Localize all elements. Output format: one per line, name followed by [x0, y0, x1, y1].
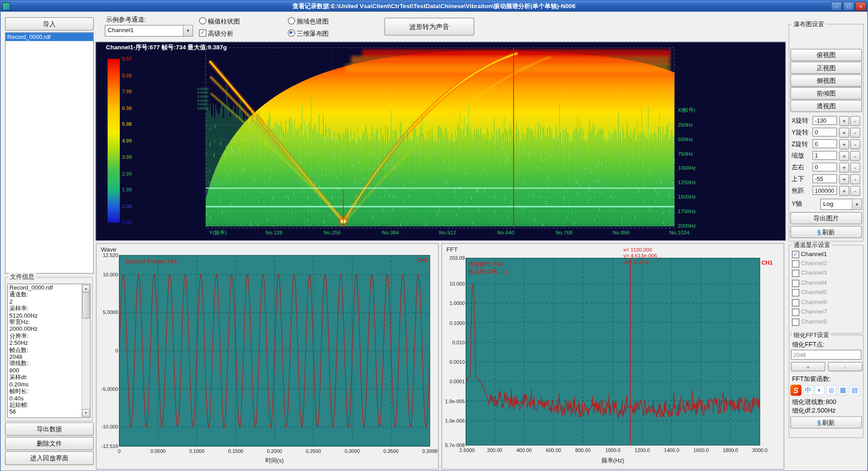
export-data-button[interactable]: 导出数据: [5, 423, 94, 436]
cursor-dx-readout: dx= 1117.5: [623, 259, 649, 265]
zoom-plus-button[interactable]: +: [839, 151, 849, 161]
pan-horizontal-input[interactable]: [812, 162, 837, 171]
z-tick: 0.00000: [198, 103, 209, 106]
export-image-button[interactable]: 导出图片: [790, 212, 862, 224]
channel8-checkbox[interactable]: ✓: [792, 319, 799, 326]
fft-points-minus-button[interactable]: -: [828, 362, 863, 371]
y-rotation-minus-button[interactable]: -: [850, 128, 860, 138]
waveform-to-sound-button[interactable]: 波形转为声音: [384, 18, 474, 35]
fft-y-tick: 1.0000: [449, 300, 465, 306]
channel4-checkbox[interactable]: ✓: [792, 280, 799, 287]
z-rotation-minus-button[interactable]: -: [850, 139, 860, 149]
ime-halfwidth-icon[interactable]: ◐: [815, 385, 825, 395]
focal-length-plus-button[interactable]: +: [839, 186, 849, 196]
list-item-selected[interactable]: Record_0000.rdf: [5, 33, 93, 41]
x-rotation-plus-button[interactable]: +: [839, 116, 849, 126]
scrollbar[interactable]: ▲ ▼: [81, 285, 89, 417]
scroll-up-icon[interactable]: ▲: [82, 285, 90, 292]
pan-vertical-plus-button[interactable]: +: [839, 174, 849, 184]
channel6-checkbox[interactable]: ✓: [792, 299, 799, 306]
x-rotation-input[interactable]: [812, 116, 837, 125]
fft-plot[interactable]: FFT 203.09 10.000 1.0000 0.1000 0.010 0.…: [442, 244, 784, 469]
z-rotation-label: Z旋转: [792, 140, 808, 148]
channel1-checkbox[interactable]: ✓: [792, 251, 799, 258]
scroll-thumb[interactable]: [82, 292, 90, 319]
x-rotation-minus-button[interactable]: -: [850, 116, 860, 126]
y-axis-scale-select[interactable]: Log ▼: [820, 199, 862, 210]
delete-file-button[interactable]: 删除文件: [5, 437, 94, 450]
top-view-button[interactable]: 俯视图: [790, 49, 862, 61]
ime-chinese-mode-icon[interactable]: 中: [803, 385, 813, 395]
info-line: 起始帧:: [8, 401, 90, 408]
z-rotation-input[interactable]: [812, 139, 837, 148]
y-rotation-plus-button[interactable]: +: [839, 128, 849, 138]
waterfall-panel: 9.97 8.98 7.98 6.98 5.98 4.99 3.99 2.99 …: [96, 42, 785, 240]
wave-x-tick: 0.3500: [383, 448, 399, 454]
ime-logo-icon[interactable]: S: [790, 385, 802, 396]
focal-length-input[interactable]: [812, 186, 837, 195]
pan-horizontal-label: 左右: [792, 163, 804, 171]
maximize-button[interactable]: □: [843, 2, 854, 11]
frame-tick: No.896: [613, 229, 630, 235]
info-line: 帧时长:: [8, 387, 90, 394]
perspective-view-button[interactable]: 透视图: [790, 100, 862, 112]
fft-x-tick: 1600.0: [693, 447, 709, 453]
pan-horizontal-plus-button[interactable]: +: [839, 162, 849, 172]
side-view-button[interactable]: 侧视图: [790, 74, 862, 86]
channel3-checkbox[interactable]: ✓: [792, 270, 799, 277]
advanced-analysis-checkbox[interactable]: ✓: [199, 29, 206, 37]
radio-amplitude-bar[interactable]: [199, 17, 206, 24]
fft-panel-title: FFT: [447, 246, 458, 253]
check-icon: ✓: [793, 251, 798, 257]
close-button[interactable]: ×: [855, 2, 867, 11]
zoom-input[interactable]: [812, 151, 837, 160]
channel-select-value: Channel1: [108, 27, 134, 33]
z-tick: 0.00000: [198, 107, 209, 110]
channel-select[interactable]: Channel1 ▼: [105, 25, 193, 37]
info-line: 2: [8, 298, 90, 305]
wave-y-tick: 10.000: [103, 272, 118, 277]
colorbar-tick: 8.98: [122, 73, 132, 78]
wave-y-tick: 5.0000: [103, 309, 118, 315]
file-list[interactable]: Record_0000.rdf: [5, 32, 94, 274]
tilt-view-button[interactable]: 前倾图: [790, 87, 862, 100]
y-rotation-input[interactable]: [812, 128, 837, 137]
import-button[interactable]: 导入: [5, 17, 94, 30]
channel5-checkbox[interactable]: ✓: [792, 289, 799, 296]
minimize-button[interactable]: –: [831, 2, 842, 11]
refresh-waterfall-button[interactable]: § 刷新: [790, 226, 862, 238]
chevron-down-icon[interactable]: ▼: [852, 199, 861, 209]
colorbar-tick: 7.98: [122, 89, 132, 94]
radio-3d-waterfall[interactable]: [288, 29, 295, 37]
fft-y-tick: 0.010: [452, 340, 465, 345]
fft-points-plus-button[interactable]: +: [791, 362, 825, 371]
ime-toolbar[interactable]: S 中 ◐ ◎ ▦ ▤: [790, 385, 859, 396]
ime-keyboard-icon[interactable]: ▦: [838, 385, 848, 395]
radio-amplitude-bar-label: 幅值柱状图: [208, 17, 240, 25]
scroll-down-icon[interactable]: ▼: [82, 409, 90, 417]
current-frame-text: Current Frame:734: [125, 258, 177, 265]
ime-toolbox-icon[interactable]: ▤: [850, 385, 860, 395]
refresh-fft-button[interactable]: § 刷新: [790, 416, 862, 428]
fft-frame-text: 当前帧号:734: [468, 261, 503, 267]
wave-plot[interactable]: Wave 12.520 10.000 5.0000 0 -5.0000 -10.…: [96, 244, 438, 469]
pan-horizontal-minus-button[interactable]: -: [850, 162, 860, 172]
radio-freq-colormap[interactable]: [288, 17, 295, 24]
wave-y-tick: -12.516: [101, 443, 118, 449]
front-view-button[interactable]: 正视图: [790, 62, 862, 74]
playback-button[interactable]: 进入回放界面: [5, 451, 94, 465]
pan-vertical-input[interactable]: [812, 174, 837, 183]
channel7-checkbox[interactable]: ✓: [792, 309, 799, 316]
focal-length-minus-button[interactable]: -: [850, 186, 860, 196]
channel2-checkbox[interactable]: ✓: [792, 260, 799, 267]
colorbar-tick: 1.99: [122, 187, 132, 192]
waterfall-plot[interactable]: 9.97 8.98 7.98 6.98 5.98 4.99 3.99 2.99 …: [96, 42, 785, 240]
info-line: 带宽Hz:: [8, 319, 90, 325]
chevron-down-icon[interactable]: ▼: [183, 25, 193, 36]
fft-points-input[interactable]: [791, 350, 861, 360]
zoom-minus-button[interactable]: -: [850, 151, 860, 161]
z-rotation-plus-button[interactable]: +: [839, 139, 849, 149]
pan-vertical-minus-button[interactable]: -: [850, 174, 860, 184]
refined-df-text: 细化df:2.500Hz: [792, 406, 835, 414]
ime-mic-icon[interactable]: ◎: [826, 385, 836, 395]
